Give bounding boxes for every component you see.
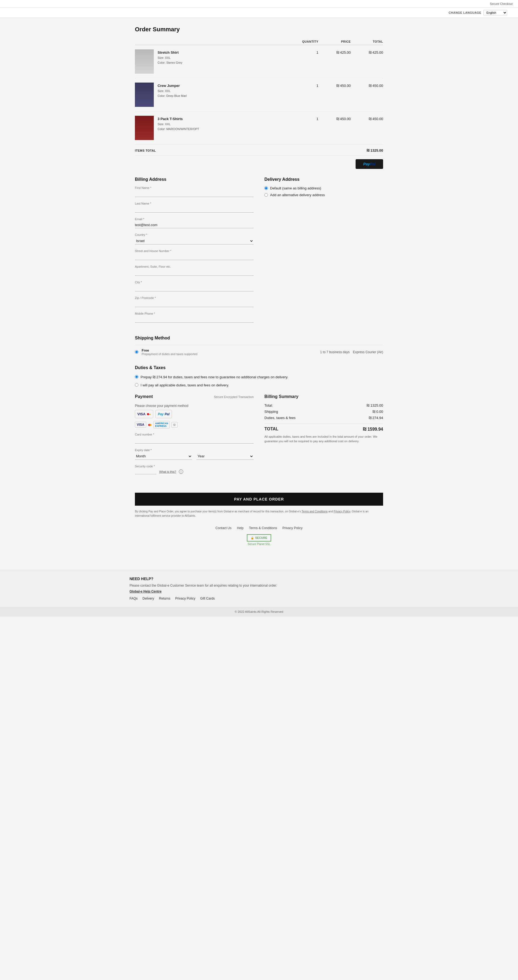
product-name-2: Crew Jumper <box>157 84 187 88</box>
duties-option-prepay-label: Prepay ₪ 274.94 for duties, taxes and fe… <box>141 374 288 380</box>
header-total: TOTAL <box>351 40 383 43</box>
first-name-input[interactable] <box>135 191 254 197</box>
billing-duties-label: Duties, taxes & fees <box>264 416 296 420</box>
country-label: Country * <box>135 233 254 236</box>
header-price: PRICE <box>318 40 351 43</box>
product-details-1: Stretch Shirt Size: XXL Color: Stereo Gr… <box>157 49 183 65</box>
shipping-type: Express Courier (Air) <box>353 350 383 354</box>
item-info: Stretch Shirt Size: XXL Color: Stereo Gr… <box>135 49 286 74</box>
footer-privacy-link[interactable]: Privacy Policy <box>283 526 303 530</box>
zip-input[interactable] <box>135 301 254 307</box>
email-field: Email * <box>135 218 254 228</box>
billing-address-section: Billing Address First Name * Last Name *… <box>135 177 254 328</box>
order-item: 3 Pack T-Shirts Size: XXL Color: MAROON/… <box>135 111 383 145</box>
last-name-label: Last Name * <box>135 202 254 205</box>
terms-link[interactable]: Terms and Conditions <box>302 510 328 513</box>
item-total-1: ₪ 425.00 <box>351 49 383 54</box>
privacy-link[interactable]: Privacy Policy <box>334 510 350 513</box>
duties-option-delivery-label: I will pay all applicable duties, taxes … <box>141 383 229 388</box>
product-name-3: 3 Pack T-Shirts <box>157 117 199 121</box>
product-color-3: Color: MAROON/WINTER/OPT <box>157 127 199 132</box>
delivery-radio-default[interactable] <box>264 186 268 190</box>
card-mc-logo: ●● <box>148 422 152 428</box>
info-icon[interactable]: i <box>179 469 183 474</box>
help-returns-link[interactable]: Returns <box>159 597 170 600</box>
card-number-field: Card number * <box>135 433 254 444</box>
need-help-title: NEED HELP? <box>129 577 389 581</box>
items-total-value: ₪ 1325.00 <box>367 148 383 153</box>
terms-text: By clicking Pay and Place Order, you agr… <box>135 509 383 518</box>
billing-line-duties: Duties, taxes & fees ₪ 274.94 <box>264 416 383 420</box>
mc-icon-2: ● <box>149 412 151 416</box>
items-total-label: ITEMS TOTAL <box>135 149 156 152</box>
shipping-option: Free Prepayment of duties and taxes supp… <box>135 345 383 359</box>
duties-option-delivery: I will pay all applicable duties, taxes … <box>135 383 383 388</box>
item-info: 3 Pack T-Shirts Size: XXL Color: MAROON/… <box>135 116 286 140</box>
help-faq-link[interactable]: FAQs <box>129 597 138 600</box>
mobile-input[interactable] <box>135 316 254 323</box>
delivery-option-default: Default (same as billing address) <box>264 186 383 190</box>
duties-radio-delivery[interactable] <box>135 383 138 387</box>
shipping-label: Free <box>141 348 317 352</box>
city-label: City * <box>135 281 254 284</box>
help-giftcards-link[interactable]: Gift Cards <box>200 597 215 600</box>
shipping-radio-free[interactable] <box>135 350 138 354</box>
email-input[interactable] <box>135 222 254 228</box>
help-privacy-link[interactable]: Privacy Policy <box>175 597 195 600</box>
what-is-this-link[interactable]: What is this? <box>159 470 176 473</box>
address-section: Billing Address First Name * Last Name *… <box>135 177 383 328</box>
item-qty-3: 1 <box>286 116 318 121</box>
apartment-input[interactable] <box>135 269 254 276</box>
card-visa-logo: VISA <box>135 422 146 428</box>
city-field: City * <box>135 281 254 291</box>
delivery-radio-alternative[interactable] <box>264 193 268 197</box>
card-diners-logo: ⊙ <box>171 422 178 428</box>
visa-mc-option[interactable]: VISA ●● <box>135 410 153 418</box>
product-size-2: Size: XXL <box>157 89 187 94</box>
change-language-label: CHANGE LANGUAGE <box>449 11 481 14</box>
footer-help-link[interactable]: Help <box>237 526 244 530</box>
country-select[interactable]: Israel United Kingdom United States <box>135 237 254 245</box>
mobile-field: Mobile Phone * <box>135 312 254 323</box>
first-name-field: First Name * <box>135 186 254 197</box>
last-name-input[interactable] <box>135 206 254 213</box>
payment-section: Payment Secure Encrypted Transaction Ple… <box>135 394 254 479</box>
help-delivery-link[interactable]: Delivery <box>143 597 154 600</box>
apartment-field: Apartment, Suite, Floor etc. <box>135 265 254 276</box>
street-input[interactable] <box>135 254 254 260</box>
product-size-1: Size: XXL <box>157 56 183 60</box>
payment-billing-grid: Payment Secure Encrypted Transaction Ple… <box>135 394 383 479</box>
expiry-year-select[interactable]: Year 202420252026 202720282029 2030 <box>196 453 254 460</box>
card-logos-row: VISA ●● AMERICANEXPRESS ⊙ <box>135 421 254 428</box>
security-code-label: Security code * <box>135 465 254 468</box>
footer-terms-link[interactable]: Terms & Conditions <box>249 526 277 530</box>
pay-and-place-order-button[interactable]: PAY AND PLACE ORDER <box>135 493 383 506</box>
duties-radio-prepay[interactable] <box>135 375 138 379</box>
card-number-input[interactable] <box>135 437 254 444</box>
duties-option-prepay: Prepay ₪ 274.94 for duties, taxes and fe… <box>135 374 383 380</box>
shipping-days: 1 to 7 business days <box>320 350 350 354</box>
product-image-1 <box>135 49 154 74</box>
secure-badge-container: 🔒 SECURE Secure Planet SSL <box>247 534 271 546</box>
need-help-text: Please contact the Global-e Customer Ser… <box>129 583 389 588</box>
shipping-label-area: Free Prepayment of duties and taxes supp… <box>141 348 317 356</box>
billing-grand-total-label: TOTAL <box>264 426 278 432</box>
help-centre-link[interactable]: Global-e Help Centre <box>129 590 389 593</box>
payment-method-icons-row: VISA ●● PayPal <box>135 410 254 418</box>
expiry-field: Expiry date * Month 010203 040506 070809… <box>135 449 254 460</box>
billing-line-total: Total: ₪ 1325.00 <box>264 403 383 407</box>
secure-badge-label: SECURE <box>255 536 267 539</box>
paypal-option[interactable]: PayPal <box>156 410 172 418</box>
lock-icon: 🔒 <box>251 536 254 539</box>
paypal-button[interactable]: PayPal <box>356 159 383 169</box>
language-select[interactable]: English French German Spanish Italian <box>483 10 507 15</box>
city-input[interactable] <box>135 285 254 291</box>
shipping-section: Shipping Method Free Prepayment of dutie… <box>135 336 383 359</box>
items-total-row: ITEMS TOTAL ₪ 1325.00 <box>135 145 383 156</box>
apartment-label: Apartment, Suite, Floor etc. <box>135 265 254 268</box>
need-help-section: NEED HELP? Please contact the Global-e C… <box>0 570 518 607</box>
footer-contact-link[interactable]: Contact Us <box>216 526 232 530</box>
footer-secure: 🔒 SECURE Secure Planet SSL <box>135 534 383 546</box>
language-bar: CHANGE LANGUAGE English French German Sp… <box>0 8 518 18</box>
expiry-month-select[interactable]: Month 010203 040506 070809 101112 <box>135 453 192 460</box>
